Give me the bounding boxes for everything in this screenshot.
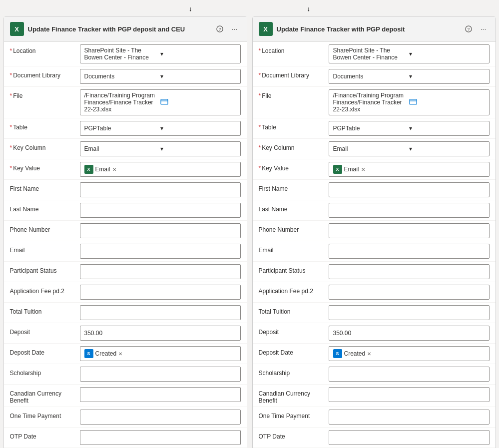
text-input-deposit[interactable] [329,326,490,341]
help-button[interactable]: ? [214,23,226,35]
dropdown-value-location: SharePoint Site - The Bowen Center - Fin… [333,47,409,61]
field-row-otp_date: OTP Date [253,427,496,448]
required-star: * [259,124,261,131]
file-input-file[interactable]: /Finance/Training Program Finances/Finan… [80,89,241,115]
excel-icon: X [259,22,273,36]
field-label-file: *File [10,89,80,99]
text-input-email[interactable] [80,244,241,259]
tag-key_value: XEmail✕ [84,165,116,174]
text-input-last_name[interactable] [80,203,241,218]
field-control-application_fee [329,285,490,300]
tag-input-key_value[interactable]: XEmail✕ [329,162,490,177]
tag-close-button[interactable]: ✕ [112,167,116,172]
field-row-deposit: Deposit [253,323,496,343]
field-row-email: Email [4,241,247,261]
panel-right: XUpdate Finance Tracker with PGP deposit… [252,16,496,448]
dropdown-value-key_column: Email [84,145,160,152]
field-control-deposit_date: SCreated✕ [329,346,490,361]
field-label-application_fee: Application Fee pd.2 [259,285,329,295]
field-control-one_time_payment [329,410,490,425]
text-input-phone_number[interactable] [329,223,490,238]
more-options-button[interactable]: ··· [229,23,241,35]
panel-left-header: XUpdate Finance Tracker with PGP deposit… [4,17,247,41]
file-input-file[interactable]: /Finance/Training Program Finances/Finan… [329,89,490,115]
file-browse-icon[interactable] [409,98,485,107]
text-input-total_tuition[interactable] [329,305,490,320]
field-row-first_name: First Name [253,179,496,200]
text-input-scholarship[interactable] [80,367,241,382]
field-label-file: *File [259,89,329,99]
field-row-location: *LocationSharePoint Site - The Bowen Cen… [253,41,496,66]
dropdown-document_library[interactable]: Documents▾ [80,69,241,84]
dropdown-key_column[interactable]: Email▾ [329,141,490,156]
dropdown-location[interactable]: SharePoint Site - The Bowen Center - Fin… [80,44,241,63]
tag-close-button[interactable]: ✕ [367,351,371,357]
field-label-scholarship: Scholarship [10,367,80,377]
dropdown-table[interactable]: PGPTable▾ [329,121,490,136]
file-browse-icon[interactable] [160,98,236,107]
field-control-phone_number [329,223,490,238]
field-control-total_tuition [80,305,241,320]
text-input-otp_date[interactable] [80,430,241,445]
field-label-deposit: Deposit [259,326,329,336]
field-control-canadian_currency [329,387,490,402]
text-input-total_tuition[interactable] [80,305,241,320]
field-control-key_value: XEmail✕ [329,162,490,177]
text-input-one_time_payment[interactable] [80,410,241,425]
field-control-last_name [329,203,490,218]
text-input-email[interactable] [329,244,490,259]
panel-right-body: *LocationSharePoint Site - The Bowen Cen… [253,41,496,448]
field-label-deposit_date: Deposit Date [10,346,80,356]
chevron-down-icon: ▾ [160,73,236,80]
field-row-last_name: Last Name [253,200,496,220]
text-input-last_name[interactable] [329,203,490,218]
text-input-first_name[interactable] [80,182,241,197]
dropdown-location[interactable]: SharePoint Site - The Bowen Center - Fin… [329,44,490,63]
field-label-deposit_date: Deposit Date [259,346,329,356]
tag-input-key_value[interactable]: XEmail✕ [80,162,241,177]
more-options-button[interactable]: ··· [478,23,490,35]
required-star: * [259,72,261,79]
tag-input-deposit_date[interactable]: SCreated✕ [329,346,490,361]
dropdown-table[interactable]: PGPTable▾ [80,121,241,136]
field-row-key_column: *Key ColumnEmail▾ [4,138,247,159]
text-input-participant_status[interactable] [329,264,490,279]
text-input-first_name[interactable] [329,182,490,197]
dropdown-key_column[interactable]: Email▾ [80,141,241,156]
field-control-key_column: Email▾ [80,141,241,156]
dropdown-document_library[interactable]: Documents▾ [329,69,490,84]
text-input-application_fee[interactable] [329,285,490,300]
field-label-key_value: *Key Value [259,162,329,172]
required-star: * [10,165,12,172]
tag-label: Created [95,350,117,357]
text-input-application_fee[interactable] [80,285,241,300]
dropdown-value-key_column: Email [333,145,409,152]
field-control-file: /Finance/Training Program Finances/Finan… [80,89,241,115]
text-input-participant_status[interactable] [80,264,241,279]
text-input-one_time_payment[interactable] [329,410,490,425]
text-input-scholarship[interactable] [329,367,490,382]
text-input-phone_number[interactable] [80,223,241,238]
arrow-down-left: ↓ [189,5,192,12]
panel-left-toolbar: ?··· [214,23,241,35]
text-input-canadian_currency[interactable] [329,387,490,402]
help-button[interactable]: ? [463,23,475,35]
tag-input-deposit_date[interactable]: SCreated✕ [80,346,241,361]
tag-deposit_date: SCreated✕ [333,349,372,358]
svg-rect-5 [410,99,417,104]
text-input-otp_date[interactable] [329,430,490,445]
field-row-one_time_payment: One Time Payment [4,407,247,427]
field-label-canadian_currency: Canadian Currency Benefit [259,387,329,404]
text-input-deposit[interactable] [80,326,241,341]
field-label-email: Email [259,244,329,254]
field-label-table: *Table [259,121,329,131]
field-control-otp_date [80,430,241,445]
field-row-document_library: *Document LibraryDocuments▾ [253,66,496,86]
tag-close-button[interactable]: ✕ [361,167,365,172]
panel-right-title: Update Finance Tracker with PGP deposit [277,25,459,33]
field-control-document_library: Documents▾ [80,69,241,84]
field-control-email [329,244,490,259]
field-label-email: Email [10,244,80,254]
text-input-canadian_currency[interactable] [80,387,241,402]
tag-close-button[interactable]: ✕ [118,351,122,357]
